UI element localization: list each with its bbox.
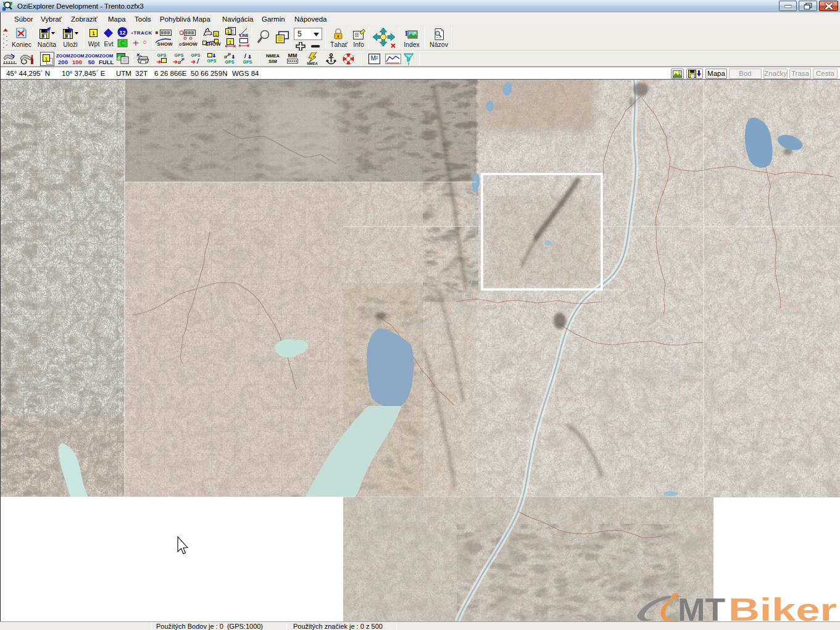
svg-text:C: C (120, 40, 125, 47)
svg-text:1: 1 (227, 30, 230, 34)
svg-text:I: I (405, 29, 408, 38)
svg-text:12: 12 (119, 30, 125, 36)
svg-text:1: 1 (92, 30, 95, 36)
svg-text:Biker: Biker (728, 592, 837, 621)
svg-text:MT: MT (678, 592, 725, 621)
svg-text:1: 1 (229, 39, 232, 45)
svg-text:LINE: LINE (239, 33, 248, 38)
svg-text:1: 1 (45, 56, 48, 62)
svg-text:NMEA: NMEA (307, 62, 318, 65)
